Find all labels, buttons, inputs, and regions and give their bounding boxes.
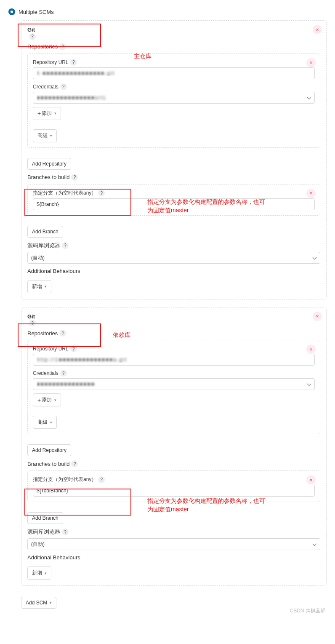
credentials-select-wrap: ■■■■■■■■■■■■■■■ [33, 378, 315, 390]
chevron-down-icon: ▾ [45, 571, 47, 575]
help-icon[interactable]: ? [62, 242, 69, 249]
help-icon[interactable]: ? [70, 59, 77, 66]
add-branch-button[interactable]: Add Branch [27, 512, 63, 524]
repositories-label: Repositories ? [27, 330, 320, 337]
scm-type-label: Multiple SCMs [19, 9, 54, 15]
branch-panel: × 指定分支（为空时代表any） ? [27, 470, 320, 502]
behaviours-label: Additional Behaviours [27, 268, 320, 274]
remove-branch-button[interactable]: × [306, 189, 316, 198]
advanced-button[interactable]: 高级 ▾ [33, 129, 57, 142]
help-icon[interactable]: ? [62, 529, 69, 535]
remove-repo-button[interactable]: × [306, 58, 316, 67]
browser-label: 源码库浏览器 ? [27, 528, 320, 536]
remove-scm-button[interactable]: × [313, 25, 322, 34]
repository-panel: × Repository URL ? Credentials ? ■■■■■■■… [27, 53, 320, 148]
browser-label: 源码库浏览器 ? [27, 242, 320, 249]
branch-panel: × 指定分支（为空时代表any） ? [27, 184, 320, 216]
add-branch-button[interactable]: Add Branch [27, 226, 63, 238]
help-icon[interactable]: ? [29, 33, 36, 40]
repo-url-input[interactable] [33, 354, 315, 366]
add-scm-button[interactable]: Add SCM ▾ [21, 597, 56, 609]
credentials-select-wrap: ■■■■■■■■■■■■■■■ort) [33, 92, 315, 104]
chevron-down-icon: ▾ [54, 398, 56, 402]
branch-spec-input[interactable] [33, 485, 315, 497]
repositories-label: Repositories ? [27, 43, 320, 50]
chevron-down-icon: ▾ [50, 420, 52, 425]
add-repository-button[interactable]: Add Repository [27, 444, 71, 456]
plus-icon: + [37, 111, 41, 116]
branches-label: Branches to build ? [27, 460, 320, 467]
help-icon[interactable]: ? [60, 83, 67, 90]
browser-select[interactable]: (自动) [27, 538, 320, 550]
git-panel-2: × Git ? Repositories ? × Repository URL … [21, 307, 327, 586]
browser-select-wrap: (自动) [27, 252, 320, 264]
branch-spec-label: 指定分支（为空时代表any） ? [33, 476, 315, 483]
add-behaviour-button[interactable]: 新增 ▾ [27, 280, 51, 293]
repo-url-input[interactable] [33, 67, 315, 79]
plus-icon: + [37, 398, 41, 403]
add-credential-button[interactable]: + 添加 ▾ [33, 107, 61, 120]
help-icon[interactable]: ? [59, 330, 66, 337]
branch-spec-label: 指定分支（为空时代表any） ? [33, 190, 315, 197]
behaviours-label: Additional Behaviours [27, 554, 320, 561]
watermark: CSDN @枫蓝驿 [290, 607, 326, 615]
git-panel-1: × Git ? Repositories ? × Repository URL … [21, 20, 327, 299]
help-icon[interactable]: ? [71, 174, 78, 181]
repo-url-label: Repository URL ? [33, 59, 315, 66]
credentials-select[interactable]: ■■■■■■■■■■■■■■■ort) [33, 92, 315, 104]
credentials-label: Credentials ? [33, 370, 315, 377]
branches-label: Branches to build ? [27, 174, 320, 181]
help-icon[interactable]: ? [60, 370, 67, 377]
remove-repo-button[interactable]: × [306, 345, 316, 354]
browser-select[interactable]: (自动) [27, 252, 320, 264]
scm-title: Git [27, 313, 320, 320]
help-icon[interactable]: ? [70, 345, 77, 352]
chevron-down-icon: ▾ [50, 134, 52, 138]
help-icon[interactable]: ? [29, 320, 36, 326]
chevron-down-icon: ▾ [54, 111, 56, 115]
advanced-button[interactable]: 高级 ▾ [33, 416, 57, 429]
add-credential-button[interactable]: + 添加 ▾ [33, 393, 61, 406]
help-icon[interactable]: ? [98, 190, 105, 196]
browser-select-wrap: (自动) [27, 538, 320, 550]
add-repository-button[interactable]: Add Repository [27, 158, 71, 170]
remove-scm-button[interactable]: × [313, 312, 322, 321]
remove-branch-button[interactable]: × [306, 475, 316, 484]
help-icon[interactable]: ? [59, 43, 66, 50]
credentials-label: Credentials ? [33, 83, 315, 90]
radio-selected-icon[interactable] [8, 8, 15, 15]
chevron-down-icon: ▾ [45, 284, 47, 289]
help-icon[interactable]: ? [71, 460, 78, 467]
add-behaviour-button[interactable]: 新增 ▾ [27, 567, 51, 580]
repository-panel: × Repository URL ? Credentials ? ■■■■■■■… [27, 340, 320, 434]
credentials-select[interactable]: ■■■■■■■■■■■■■■■ [33, 378, 315, 390]
scm-type-radio-row: Multiple SCMs [8, 8, 327, 15]
chevron-down-icon: ▾ [50, 601, 52, 605]
branch-spec-input[interactable] [33, 198, 315, 210]
repo-url-label: Repository URL ? [33, 345, 315, 352]
scm-title: Git [27, 27, 320, 33]
help-icon[interactable]: ? [98, 476, 105, 483]
